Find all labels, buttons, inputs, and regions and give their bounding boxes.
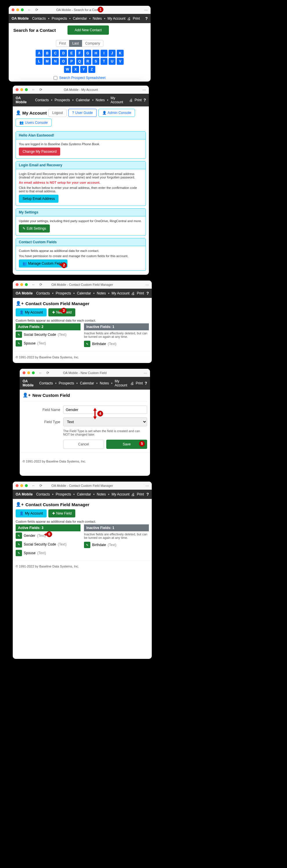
add-contact-button[interactable]: Add New Contact — [67, 26, 109, 35]
maximize-icon[interactable] — [21, 8, 24, 11]
letter-b[interactable]: B — [44, 50, 51, 57]
close-icon[interactable] — [11, 8, 15, 11]
nav-contacts[interactable]: Contacts — [32, 17, 46, 21]
nav-prospects[interactable]: Prospects — [59, 381, 74, 385]
letter-i[interactable]: I — [101, 50, 108, 57]
back-icon[interactable]: ← — [32, 283, 35, 287]
pencil-icon[interactable]: ✎ — [16, 541, 22, 548]
maximize-icon[interactable] — [25, 88, 28, 91]
letter-a[interactable]: A — [36, 50, 42, 57]
maximize-icon[interactable] — [25, 484, 28, 487]
help-icon[interactable]: ? — [145, 16, 148, 21]
letter-s[interactable]: S — [92, 58, 99, 65]
setup-email-button[interactable]: Setup Email Address — [19, 195, 58, 203]
print-icon[interactable]: 🖨 — [131, 291, 135, 296]
letter-g[interactable]: G — [84, 50, 91, 57]
letter-q[interactable]: Q — [76, 58, 83, 65]
letter-y[interactable]: Y — [80, 66, 87, 73]
reload-icon[interactable]: ⟳ — [46, 371, 49, 375]
edit-settings-button[interactable]: ✎Edit Settings — [19, 224, 50, 232]
my-account-button[interactable]: 👤My Account — [16, 509, 47, 518]
nav-calendar[interactable]: Calendar — [77, 492, 91, 496]
nav-myaccount[interactable]: My Account — [112, 291, 130, 295]
pencil-icon[interactable]: ✎ — [16, 532, 22, 539]
seg-first[interactable]: First — [56, 40, 69, 47]
nav-print[interactable]: Print — [135, 98, 142, 102]
nav-notes[interactable]: Notes — [100, 381, 109, 385]
nav-print[interactable]: Print — [137, 291, 144, 295]
letter-e[interactable]: E — [68, 50, 75, 57]
letter-c[interactable]: C — [52, 50, 59, 57]
letter-f[interactable]: F — [76, 50, 83, 57]
more-icon[interactable]: ··· — [142, 87, 146, 92]
nav-calendar[interactable]: Calendar — [77, 291, 91, 295]
minimize-icon[interactable] — [20, 484, 23, 487]
spreadsheet-link[interactable]: Search Prospect Spreadsheet — [59, 76, 106, 80]
maximize-icon[interactable] — [32, 371, 35, 374]
nav-prospects[interactable]: Prospects — [52, 17, 67, 21]
seg-last[interactable]: Last — [69, 40, 82, 47]
nav-contacts[interactable]: Contacts — [36, 492, 50, 496]
letter-k[interactable]: K — [117, 50, 124, 57]
brand[interactable]: OA Mobile — [16, 291, 33, 295]
letter-x[interactable]: X — [72, 66, 79, 73]
pencil-icon[interactable]: ✎ — [84, 341, 90, 347]
nav-calendar[interactable]: Calendar — [80, 381, 94, 385]
nav-prospects[interactable]: Prospects — [56, 492, 71, 496]
close-icon[interactable] — [16, 484, 19, 487]
reload-icon[interactable]: ⟳ — [39, 484, 42, 488]
nav-print[interactable]: Print — [137, 492, 144, 496]
brand[interactable]: OA Mobile — [16, 492, 33, 496]
users-console-button[interactable]: 👥Users Console — [16, 119, 52, 127]
nav-prospects[interactable]: Prospects — [54, 98, 70, 102]
back-icon[interactable]: ← — [32, 88, 35, 92]
admin-console-button[interactable]: 👤Admin Console — [98, 109, 135, 117]
nav-myaccount[interactable]: My Account — [112, 492, 130, 496]
more-icon[interactable]: ··· — [144, 371, 147, 375]
letter-o[interactable]: O — [60, 58, 67, 65]
change-password-button[interactable]: Change My Password — [19, 148, 60, 156]
letter-u[interactable]: U — [109, 58, 116, 65]
letter-j[interactable]: J — [109, 50, 116, 57]
nav-calendar[interactable]: Calendar — [76, 98, 90, 102]
minimize-icon[interactable] — [16, 8, 19, 11]
nav-print[interactable]: Print — [133, 17, 140, 21]
reload-icon[interactable]: ⟳ — [39, 283, 42, 287]
maximize-icon[interactable] — [25, 283, 28, 286]
nav-notes[interactable]: Notes — [93, 17, 102, 21]
nav-contacts[interactable]: Contacts — [35, 98, 49, 102]
field-name-input[interactable] — [63, 405, 147, 414]
minimize-icon[interactable] — [20, 88, 23, 91]
my-account-button[interactable]: 👤My Account — [16, 308, 47, 316]
seg-company[interactable]: Company — [82, 40, 103, 47]
back-icon[interactable]: ← — [39, 371, 42, 375]
help-icon[interactable]: ? — [145, 381, 147, 385]
pencil-icon[interactable]: ✎ — [16, 340, 22, 346]
spreadsheet-checkbox[interactable] — [54, 76, 57, 80]
letter-r[interactable]: R — [84, 58, 91, 65]
letter-d[interactable]: D — [60, 50, 67, 57]
letter-n[interactable]: N — [52, 58, 59, 65]
nav-notes[interactable]: Notes — [97, 291, 106, 295]
pencil-icon[interactable]: ✎ — [84, 542, 90, 548]
back-icon[interactable]: ← — [32, 484, 35, 488]
new-field-button[interactable]: ✚New Field — [48, 509, 75, 518]
brand[interactable]: OA Mobile — [11, 17, 29, 21]
nav-prospects[interactable]: Prospects — [56, 291, 71, 295]
nav-contacts[interactable]: Contacts — [36, 291, 50, 295]
letter-z[interactable]: Z — [88, 66, 95, 73]
letter-t[interactable]: T — [101, 58, 108, 65]
more-icon[interactable]: ··· — [144, 7, 148, 12]
reload-icon[interactable]: ⟳ — [35, 8, 38, 12]
print-icon[interactable]: 🖨 — [129, 98, 133, 102]
letter-w[interactable]: W — [64, 66, 71, 73]
nav-myaccount[interactable]: My Account — [115, 379, 128, 387]
letter-l[interactable]: L — [36, 58, 42, 65]
brand[interactable]: OA Mobile — [23, 379, 36, 387]
minimize-icon[interactable] — [27, 371, 30, 374]
print-icon[interactable]: 🖨 — [127, 17, 131, 21]
letter-p[interactable]: P — [68, 58, 75, 65]
nav-print[interactable]: Print — [136, 381, 143, 385]
nav-myaccount[interactable]: My Account — [108, 17, 125, 21]
letter-h[interactable]: H — [92, 50, 99, 57]
